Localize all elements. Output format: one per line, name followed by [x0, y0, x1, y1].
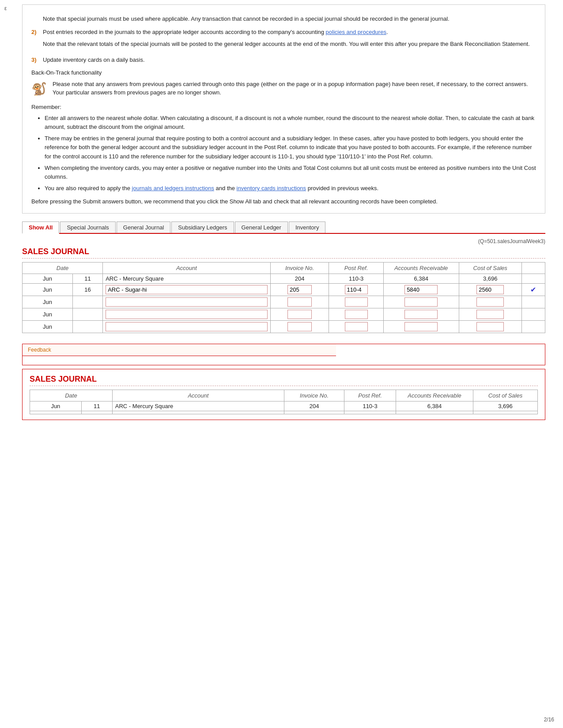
row4-post-ref-input[interactable] — [345, 310, 368, 319]
row2-invoice-input[interactable] — [287, 285, 312, 294]
header-ar: Accounts Receivable — [383, 262, 459, 274]
row4-invoice-input[interactable] — [287, 310, 312, 319]
feedback-box: Feedback — [22, 344, 545, 365]
bullet-1: Enter all answers to the nearest whole d… — [45, 114, 536, 131]
header-invoice: Invoice No. — [270, 262, 329, 274]
row5-ar-cell[interactable] — [383, 320, 459, 333]
row1-day: 11 — [72, 274, 102, 283]
row4-check — [521, 308, 545, 320]
item2-number: 2) — [31, 28, 39, 51]
row4-account-input[interactable] — [106, 310, 267, 319]
row5-check — [521, 320, 545, 333]
ans-row2-month — [30, 411, 82, 414]
row2-cos-cell[interactable] — [459, 283, 521, 296]
ans-row1-post-ref: 110-3 — [344, 401, 396, 411]
ans-row2-day — [81, 411, 112, 414]
feedback-header: Feedback — [23, 344, 336, 356]
row1-account: ARC - Mercury Square — [103, 274, 270, 283]
bot-notice-text: Please note that any answers from previo… — [53, 80, 536, 97]
row2-post-ref-input[interactable] — [345, 285, 368, 294]
ans-row1-cos: 3,696 — [473, 401, 538, 411]
sales-journal-1: SALES JOURNAL Date Account Invoice No. P… — [22, 247, 545, 333]
row1-invoice: 204 — [270, 274, 329, 283]
row2-account-cell[interactable] — [103, 283, 270, 296]
feedback-content — [23, 356, 545, 365]
ans-row1-account: ARC - Mercury Square — [112, 401, 284, 411]
row3-cos-input[interactable] — [476, 297, 504, 307]
row1-cos: 3,696 — [459, 274, 521, 283]
ans-row2-account — [112, 411, 284, 414]
row5-account-cell[interactable] — [103, 320, 270, 333]
table-row: Jun — [23, 320, 545, 333]
row1-ar: 6,384 — [383, 274, 459, 283]
row3-post-ref-input[interactable] — [345, 297, 368, 307]
tab-general-journal[interactable]: General Journal — [117, 221, 171, 233]
table-row: Jun 16 — [23, 283, 545, 296]
row3-invoice-input[interactable] — [287, 297, 312, 307]
ans-header-account: Account — [112, 390, 284, 401]
tab-show-all[interactable]: Show All — [22, 221, 59, 234]
row4-account-cell[interactable] — [103, 308, 270, 320]
item2-note: Note that the relevant totals of the spe… — [43, 40, 536, 49]
bullet-3: When completing the inventory cards, you… — [45, 164, 536, 181]
remember-section: Remember: Enter all answers to the neare… — [31, 103, 536, 193]
row5-post-ref-cell[interactable] — [329, 320, 383, 333]
row2-ar-cell[interactable] — [383, 283, 459, 296]
row4-post-ref-cell[interactable] — [329, 308, 383, 320]
row5-month: Jun — [23, 320, 73, 333]
row3-ar-cell[interactable] — [383, 296, 459, 308]
row5-ar-input[interactable] — [404, 322, 438, 331]
row2-day: 16 — [72, 283, 102, 296]
header-cos: Cost of Sales — [459, 262, 521, 274]
row2-cos-input[interactable] — [476, 285, 504, 294]
table-row: Jun 11 ARC - Mercury Square 204 110-3 6,… — [23, 274, 545, 283]
row5-cos-input[interactable] — [476, 322, 504, 331]
row3-post-ref-cell[interactable] — [329, 296, 383, 308]
item2-content: Post entries recorded in the journals to… — [43, 28, 536, 51]
row4-cos-input[interactable] — [476, 310, 504, 319]
ans-header-invoice: Invoice No. — [284, 390, 344, 401]
row2-invoice-cell[interactable] — [270, 283, 329, 296]
row3-ar-input[interactable] — [404, 297, 438, 307]
row4-ar-input[interactable] — [404, 310, 438, 319]
row4-ar-cell[interactable] — [383, 308, 459, 320]
tabs-section: Show All Special Journals General Journa… — [22, 221, 545, 420]
tab-general-ledger[interactable]: General Ledger — [235, 221, 288, 233]
row5-post-ref-input[interactable] — [345, 322, 368, 331]
policies-link[interactable]: policies and procedures — [326, 29, 386, 35]
row5-account-input[interactable] — [106, 322, 267, 331]
item2-text: Post entries recorded in the journals to… — [43, 29, 326, 35]
journals-link[interactable]: journals and ledgers instructions — [132, 185, 214, 191]
tab-special-journals[interactable]: Special Journals — [60, 221, 115, 233]
inventory-link[interactable]: inventory cards instructions — [237, 185, 306, 191]
row4-invoice-cell[interactable] — [270, 308, 329, 320]
ans-row1-month: Jun — [30, 401, 82, 411]
row5-invoice-cell[interactable] — [270, 320, 329, 333]
row2-post-ref-cell[interactable] — [329, 283, 383, 296]
row3-invoice-cell[interactable] — [270, 296, 329, 308]
tab-content: (Q=501.salesJournalWeek3) SALES JOURNAL … — [22, 234, 545, 420]
bullet-2: There may be entries in the general jour… — [45, 134, 536, 161]
header-date: Date — [23, 262, 103, 274]
ans-header-date: Date — [30, 390, 113, 401]
row1-check — [521, 274, 545, 283]
ans-header-cos: Cost of Sales — [473, 390, 538, 401]
remember-title: Remember: — [31, 103, 536, 112]
row5-cos-cell[interactable] — [459, 320, 521, 333]
row2-account-input[interactable] — [106, 285, 267, 294]
row2-ar-input[interactable] — [404, 285, 438, 294]
item3-number: 3) — [31, 56, 39, 64]
row3-account-input[interactable] — [106, 297, 267, 307]
row5-invoice-input[interactable] — [287, 322, 312, 331]
item3-text: Update inventory cards on a daily basis. — [43, 56, 145, 63]
q-reference: (Q=501.salesJournalWeek3) — [22, 238, 545, 244]
row4-cos-cell[interactable] — [459, 308, 521, 320]
ans-row2-cos — [473, 411, 538, 414]
tab-subsidiary-ledgers[interactable]: Subsidiary Ledgers — [171, 221, 234, 233]
tab-inventory[interactable]: Inventory — [289, 221, 325, 233]
ans-header-post-ref: Post Ref. — [344, 390, 396, 401]
header-account: Account — [103, 262, 270, 274]
row3-cos-cell[interactable] — [459, 296, 521, 308]
row3-account-cell[interactable] — [103, 296, 270, 308]
ans-header-ar: Accounts Receivable — [396, 390, 473, 401]
